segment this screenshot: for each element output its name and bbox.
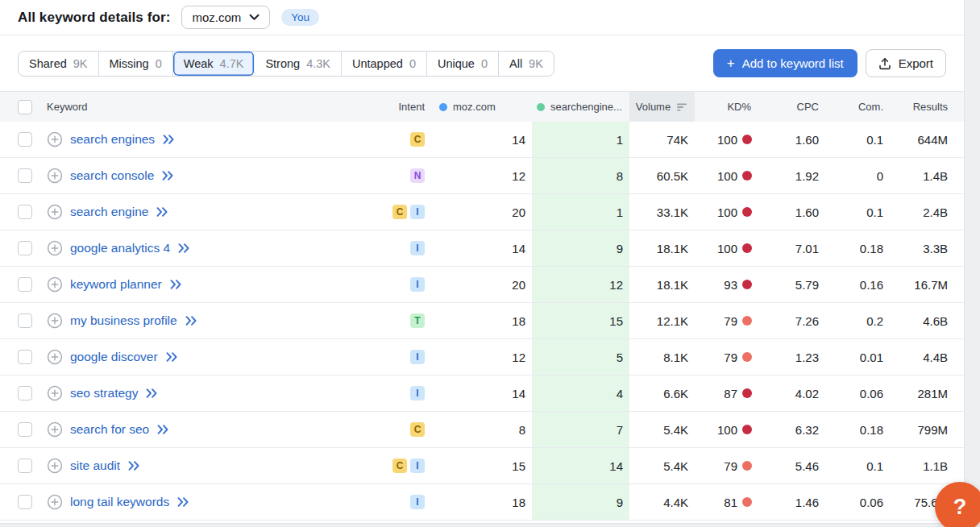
column-header-moz[interactable]: moz.com [431,92,532,122]
row-checkbox[interactable] [18,350,32,364]
cpc-cell: 4.02 [758,376,825,411]
column-header-keyword[interactable]: Keyword [40,92,387,122]
intent-badge-c: C [392,459,407,473]
row-checkbox[interactable] [18,313,32,328]
kd-value: 93 [724,278,737,292]
kd-difficulty-dot-icon [742,207,752,217]
help-button[interactable]: ? [935,482,980,527]
keyword-link[interactable]: long tail keywords [70,495,169,509]
keyword-link[interactable]: keyword planner [70,277,162,292]
competitor-position-cell: 12 [532,267,629,302]
open-keyword-chevrons-icon[interactable] [169,280,182,289]
keyword-gap-page: All keyword details for: moz.com You Sha… [0,0,980,527]
add-keyword-plus-icon[interactable] [47,131,63,147]
open-keyword-chevrons-icon[interactable] [185,316,197,326]
column-header-com[interactable]: Com. [825,92,890,122]
filter-tab-missing[interactable]: Missing0 [99,52,173,76]
moz-position-cell: 14 [431,230,532,266]
table-row: search consoleN12860.5K1001.9201.4B [0,158,964,194]
row-checkbox[interactable] [18,205,32,219]
add-keyword-plus-icon[interactable] [47,349,63,365]
open-keyword-chevrons-icon[interactable] [161,171,174,181]
add-to-keyword-list-button[interactable]: + Add to keyword list [713,49,858,77]
com-cell: 0.2 [825,303,890,338]
intent-badge-i: I [410,205,425,219]
filter-tab-count: 9K [529,57,543,70]
competitor-position-cell: 1 [532,194,629,230]
kd-cell: 100 [695,158,758,193]
row-checkbox[interactable] [18,495,32,509]
open-keyword-chevrons-icon[interactable] [162,135,175,144]
open-keyword-chevrons-icon[interactable] [156,207,168,217]
open-keyword-chevrons-icon[interactable] [165,352,178,362]
open-keyword-chevrons-icon[interactable] [127,461,140,471]
keyword-link[interactable]: google analytics 4 [70,241,170,255]
column-header-cpc[interactable]: CPC [758,92,825,122]
com-cell: 0.1 [825,448,890,483]
row-checkbox[interactable] [18,241,32,255]
filter-tab-label: Unique [438,57,475,70]
filter-tab-count: 4.7K [220,57,244,70]
add-keyword-plus-icon[interactable] [47,421,63,438]
keyword-link[interactable]: search for seo [70,422,149,437]
filter-tab-unique[interactable]: Unique0 [427,52,499,76]
row-checkbox[interactable] [18,168,32,183]
table-body: search enginesC14174K1001.600.1644Msearc… [0,122,964,521]
add-keyword-plus-icon[interactable] [47,276,63,293]
row-checkbox[interactable] [18,459,32,473]
row-checkbox[interactable] [18,277,32,292]
table-row: search engineCI20133.1K1001.600.12.4B [0,194,964,230]
add-keyword-plus-icon[interactable] [47,385,63,401]
add-keyword-plus-icon[interactable] [47,458,63,474]
kd-cell: 100 [695,412,758,447]
add-keyword-plus-icon[interactable] [47,168,63,184]
moz-position-cell: 18 [431,484,532,520]
keyword-link[interactable]: seo strategy [70,386,138,400]
keyword-link[interactable]: site audit [70,459,120,473]
filter-tab-untapped[interactable]: Untapped0 [342,52,427,76]
keyword-link[interactable]: my business profile [70,313,177,328]
intent-badge-n: N [410,168,425,183]
results-cell: 2.4B [890,194,964,230]
row-checkbox[interactable] [18,132,32,147]
moz-position-cell: 20 [431,267,532,302]
filter-tab-all[interactable]: All9K [499,52,554,76]
select-all-checkbox[interactable] [18,100,32,114]
filter-tabs: Shared9KMissing0Weak4.7KStrong4.3KUntapp… [18,51,554,77]
keyword-link[interactable]: search console [70,168,154,183]
filter-tab-shared[interactable]: Shared9K [19,52,99,76]
column-header-volume[interactable]: Volume [629,92,695,122]
results-cell: 644M [890,122,964,157]
domain-selector[interactable]: moz.com [181,6,270,29]
add-keyword-plus-icon[interactable] [47,313,63,329]
open-keyword-chevrons-icon[interactable] [156,425,169,434]
filter-tab-strong[interactable]: Strong4.3K [255,52,342,76]
export-button[interactable]: Export [866,49,946,77]
volume-cell: 8.1K [629,339,695,375]
results-cell: 4.6B [890,303,964,338]
com-cell: 0.16 [825,267,890,302]
filter-tab-count: 4.3K [306,57,330,70]
column-header-competitor[interactable]: searchengine... [532,92,629,122]
row-checkbox[interactable] [18,386,32,400]
kd-difficulty-dot-icon [742,352,752,362]
add-keyword-plus-icon[interactable] [47,240,63,256]
keyword-link[interactable]: search engine [70,205,148,219]
keyword-link[interactable]: search engines [70,132,155,147]
table-row: google analytics 4I14918.1K1007.010.183.… [0,230,964,267]
open-keyword-chevrons-icon[interactable] [176,497,189,507]
kd-difficulty-dot-icon [742,171,752,181]
open-keyword-chevrons-icon[interactable] [177,243,190,253]
add-keyword-plus-icon[interactable] [47,494,63,510]
keyword-details-card: All keyword details for: moz.com You Sha… [0,0,965,524]
column-header-results[interactable]: Results [890,92,964,122]
row-checkbox[interactable] [18,422,32,437]
keyword-link[interactable]: google discover [70,350,158,364]
page-title: All keyword details for: [18,10,170,26]
column-header-kd[interactable]: KD% [695,92,758,122]
add-keyword-plus-icon[interactable] [47,204,63,220]
kd-value: 87 [724,387,737,400]
filter-tab-weak[interactable]: Weak4.7K [173,52,255,76]
open-keyword-chevrons-icon[interactable] [145,388,158,398]
column-header-intent[interactable]: Intent [387,92,431,122]
